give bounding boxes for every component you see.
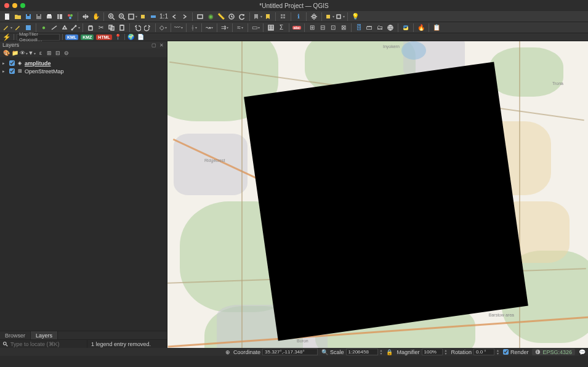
locator-input[interactable] xyxy=(10,341,84,347)
scale-spinner[interactable]: ▲▼ xyxy=(380,349,383,355)
pan-button[interactable] xyxy=(81,12,91,22)
zoom-native-button[interactable]: 1:1 xyxy=(159,12,169,22)
layer-row-osm[interactable]: ▸ ⊞ OpenStreetMap xyxy=(2,67,164,75)
show-bookmarks-button[interactable] xyxy=(252,12,262,22)
manage-map-themes-button[interactable]: 👁 xyxy=(20,49,27,57)
panel-close-button[interactable]: ✕ xyxy=(158,42,164,48)
reshape-button[interactable]: ↝ xyxy=(204,23,214,33)
zoom-full-button[interactable] xyxy=(127,12,137,22)
delete-selected-button[interactable] xyxy=(86,23,95,33)
layer-styling-button[interactable]: 🎨 xyxy=(2,49,10,57)
kmz-export-button[interactable]: KMZ xyxy=(81,34,94,40)
add-group-button[interactable]: 📁 xyxy=(11,49,18,57)
add-polygon-feature-button[interactable] xyxy=(60,23,70,33)
pan-to-selection-button[interactable]: ✋ xyxy=(91,12,101,22)
tile-scale-button[interactable] xyxy=(278,12,288,22)
geocoder-box[interactable]: MapTiler Geocodi… xyxy=(17,34,60,41)
current-edits-button[interactable] xyxy=(2,23,12,33)
collapse-all-button[interactable]: ⊟ xyxy=(54,49,62,57)
rotation-input[interactable] xyxy=(473,349,494,355)
data-source-manager-button[interactable]: 🗄 xyxy=(354,23,364,33)
qms-button[interactable]: 📄 xyxy=(137,33,145,41)
advanced-digitize-3[interactable]: ⊡ xyxy=(328,23,338,33)
tab-layers[interactable]: Layers xyxy=(31,331,58,339)
paste-features-button[interactable] xyxy=(117,23,127,33)
expand-toggle[interactable]: ▸ xyxy=(2,61,7,66)
undo-button[interactable] xyxy=(132,23,142,33)
new-map-view-button[interactable] xyxy=(195,12,205,22)
vertex-tool-button[interactable] xyxy=(70,23,80,33)
scale-input[interactable] xyxy=(346,349,378,355)
map-theme-button[interactable]: ◉ xyxy=(206,12,215,22)
html-export-button[interactable]: HTML xyxy=(96,34,111,40)
plugin-bolt-icon[interactable]: ⚡ xyxy=(2,33,11,41)
copy-features-button[interactable] xyxy=(107,23,116,33)
advanced-digitize-2[interactable]: ⊟ xyxy=(318,23,328,33)
crs-button[interactable]: EPSG:4326 xyxy=(532,349,575,355)
stream-digitize-button[interactable]: 〰 xyxy=(174,23,183,33)
plugin-clipboard-button[interactable]: 📋 xyxy=(432,23,441,33)
zoom-last-button[interactable] xyxy=(169,12,179,22)
close-window-button[interactable] xyxy=(4,3,9,8)
new-shapefile-button[interactable]: 🗂 xyxy=(375,23,385,33)
cut-features-button[interactable]: ✂ xyxy=(96,23,106,33)
tips-button[interactable]: 💡 xyxy=(350,12,360,22)
remove-layer-button[interactable]: ⊖ xyxy=(63,49,70,57)
status-lock[interactable]: 🔒 xyxy=(386,349,393,355)
expand-toggle[interactable]: ▸ xyxy=(2,69,7,74)
gpx-button[interactable]: 📍 xyxy=(115,33,122,41)
new-geopackage-button[interactable]: 🗃 xyxy=(364,23,374,33)
magnifier-input[interactable] xyxy=(422,349,443,355)
expand-all-button[interactable]: ⊞ xyxy=(46,49,53,57)
advanced-digitize-1[interactable]: ⊞ xyxy=(307,23,317,33)
digitize-shape-button[interactable]: ◇ xyxy=(158,23,168,33)
python-console-button[interactable] xyxy=(401,23,411,33)
settings-button[interactable] xyxy=(309,12,319,22)
locator-input-wrap[interactable] xyxy=(0,340,87,348)
add-wms-button[interactable] xyxy=(385,23,395,33)
layer-visibility-checkbox[interactable] xyxy=(9,68,15,74)
coordinate-icon[interactable]: ⊕ xyxy=(225,349,232,355)
panel-undock-button[interactable]: ▢ xyxy=(151,42,157,48)
zoom-in-button[interactable] xyxy=(107,12,116,22)
rotation-spinner[interactable]: ▲▼ xyxy=(496,349,499,355)
layer-row-amplitude[interactable]: ▸ ◈ amplitude xyxy=(2,59,164,67)
field-calculator-button[interactable]: Σ xyxy=(276,23,286,33)
zoom-to-selection-button[interactable] xyxy=(138,12,148,22)
zoom-window-button[interactable] xyxy=(20,3,25,8)
rectangle-button[interactable]: ▭ xyxy=(251,23,260,33)
zoom-out-button[interactable] xyxy=(117,12,127,22)
advanced-digitize-4[interactable]: ⊠ xyxy=(339,23,348,33)
temporal-controller-button[interactable] xyxy=(227,12,236,22)
layers-tree[interactable]: ▸ ◈ amplitude ▸ ⊞ OpenStreetMap xyxy=(0,57,167,331)
identify-button[interactable]: ℹ xyxy=(294,12,304,22)
style-manager-button[interactable] xyxy=(65,12,75,22)
save-project-button[interactable] xyxy=(23,12,33,22)
deselect-button[interactable] xyxy=(335,12,345,22)
minimize-window-button[interactable] xyxy=(12,3,17,8)
tab-browser[interactable]: Browser xyxy=(0,331,31,339)
zoom-to-layer-button[interactable] xyxy=(148,12,158,22)
lock-icon[interactable]: 🔒 xyxy=(386,349,393,355)
map-canvas[interactable]: Inyokern Ridgecrest Trona Boron Barstow … xyxy=(167,41,588,348)
expression-filter-button[interactable]: ε xyxy=(37,49,44,57)
offset-curve-button[interactable]: ⇉ xyxy=(220,23,230,33)
measure-button[interactable]: 📏 xyxy=(216,12,226,22)
open-attribute-table-button[interactable] xyxy=(266,23,276,33)
new-project-button[interactable] xyxy=(2,12,12,22)
select-features-button[interactable] xyxy=(324,12,334,22)
refresh-button[interactable] xyxy=(237,12,247,22)
plugin-fire-button[interactable]: 🔥 xyxy=(416,23,426,33)
layer-visibility-checkbox[interactable] xyxy=(9,60,15,66)
print-layout-button[interactable] xyxy=(44,12,54,22)
render-checkbox[interactable] xyxy=(503,349,509,355)
messages-button[interactable]: 💬 xyxy=(579,349,586,355)
kml-export-button[interactable]: KML xyxy=(65,34,78,40)
zoom-next-button[interactable] xyxy=(180,12,190,22)
simplify-button[interactable]: ≈ xyxy=(235,23,245,33)
magnifier-spinner[interactable]: ▲▼ xyxy=(445,349,448,355)
new-bookmark-button[interactable] xyxy=(263,12,273,22)
save-as-button[interactable] xyxy=(34,12,44,22)
filter-legend-button[interactable]: ▼ xyxy=(28,49,36,57)
coordinate-input[interactable] xyxy=(262,349,318,355)
